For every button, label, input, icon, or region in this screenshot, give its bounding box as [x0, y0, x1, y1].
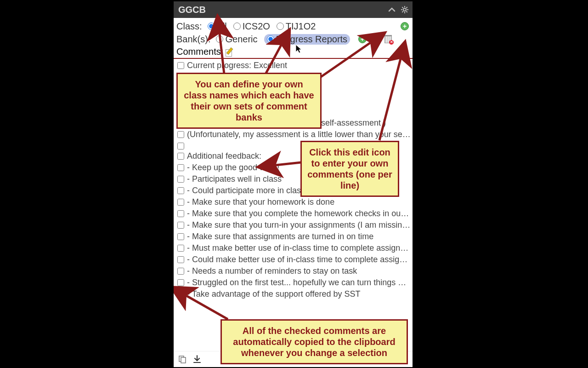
callout-edit: Click this edit icon to enter your own c…: [300, 141, 399, 197]
bank-radio-generic[interactable]: Generic: [216, 34, 257, 45]
list-item[interactable]: - Must make better use of in-class time …: [176, 242, 413, 254]
list-item[interactable]: - Make sure that you complete the homewo…: [176, 208, 413, 219]
class-label: Class:: [176, 21, 202, 32]
list-item[interactable]: - Make sure that assignments are turned …: [176, 231, 413, 242]
banks-label: Bank(s):: [176, 34, 210, 45]
bank-option-label: Progress Reports: [276, 34, 348, 45]
list-item[interactable]: Current progress: Excellent: [176, 60, 413, 71]
class-option-label: ICS2O: [243, 21, 270, 32]
bank-radio-progress[interactable]: Progress Reports: [264, 34, 351, 45]
controls: Class: All ICS2O TIJ1O2 + Bank(s): Gener…: [174, 18, 413, 46]
delete-bank-button[interactable]: ✕: [383, 34, 393, 44]
callout-clipboard: All of the checked comments are automati…: [220, 319, 408, 364]
comments-label: Comments:: [176, 46, 223, 57]
list-item[interactable]: - Take advantage of the support offered …: [176, 288, 413, 300]
banks-row: Bank(s): Generic Progress Reports + ✕: [176, 33, 410, 46]
class-radio-ics2o[interactable]: ICS2O: [233, 21, 270, 32]
class-radio-tij1o2[interactable]: TIJ1O2: [277, 21, 316, 32]
svg-rect-10: [181, 357, 186, 363]
bank-option-label: Generic: [225, 34, 257, 45]
edit-bank-button[interactable]: [370, 34, 380, 44]
svg-line-5: [402, 7, 403, 8]
titlebar: GGCB: [174, 1, 413, 18]
list-item[interactable]: - Could make better use of in-class time…: [176, 254, 413, 265]
edit-comments-button[interactable]: [224, 47, 234, 57]
app-title: GGCB: [178, 5, 206, 15]
svg-line-7: [402, 12, 403, 12]
add-bank-button[interactable]: +: [357, 34, 368, 44]
copy-icon[interactable]: [177, 354, 187, 364]
class-radio-all[interactable]: All: [208, 21, 227, 32]
comments-header-row: Comments:: [174, 46, 413, 59]
list-item[interactable]: - Make sure that your homework is done: [176, 196, 413, 208]
add-class-button[interactable]: +: [400, 21, 410, 31]
list-item[interactable]: (Unfortunately, my assessment is a littl…: [176, 129, 413, 140]
callout-classes: You can define your own class names whic…: [176, 73, 322, 129]
collapse-icon[interactable]: [387, 5, 397, 15]
list-item[interactable]: - Make sure that you turn-in your assign…: [176, 219, 413, 231]
class-option-label: All: [217, 21, 227, 32]
svg-line-6: [407, 12, 407, 12]
list-item[interactable]: - Needs a number of reminders to stay on…: [176, 265, 413, 277]
download-icon[interactable]: [192, 354, 202, 364]
gear-icon[interactable]: [400, 5, 410, 15]
svg-point-0: [403, 8, 406, 11]
list-item[interactable]: - Struggled on the first test... hopeful…: [176, 277, 413, 288]
svg-line-8: [407, 7, 407, 8]
class-row: Class: All ICS2O TIJ1O2 +: [176, 20, 410, 33]
class-option-label: TIJ1O2: [286, 21, 316, 32]
